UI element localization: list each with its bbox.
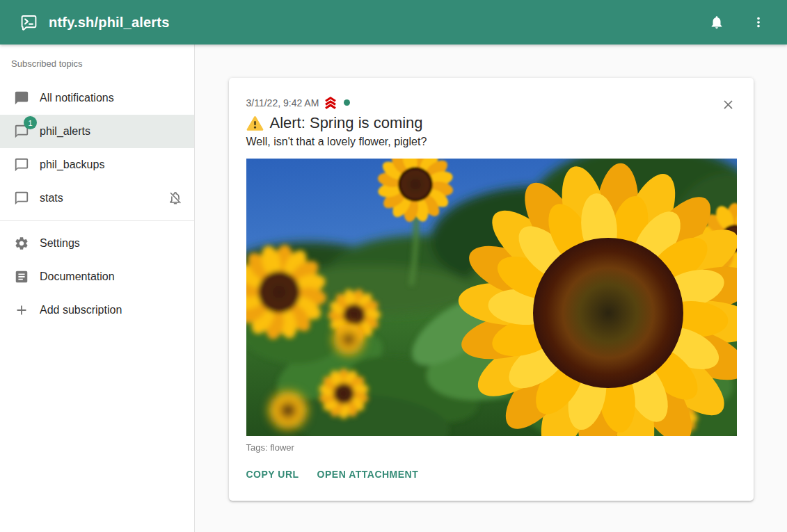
new-indicator-dot <box>344 99 350 106</box>
topic-label: phil_backups <box>40 159 183 171</box>
app-bar-right <box>706 12 769 33</box>
sidebar-actions: Settings Documentation <box>0 227 194 327</box>
chat-outline-icon: 1 <box>13 123 30 140</box>
bell-off-icon <box>168 191 183 206</box>
priority-max-icon <box>324 96 337 109</box>
main-area: 3/11/22, 9:42 AM <box>195 45 787 532</box>
attachment-image[interactable] <box>246 159 737 436</box>
topic-label: All notifications <box>40 92 183 104</box>
close-icon[interactable] <box>718 95 738 117</box>
action-label: Add subscription <box>40 304 183 316</box>
notification-title: Alert: Spring is coming <box>270 114 423 132</box>
app-bar-left: ntfy.sh/phil_alerts <box>19 13 169 32</box>
tags-label: Tags: flower <box>246 442 737 453</box>
notification-title-row: Alert: Spring is coming <box>246 114 737 132</box>
notifications-bell-icon[interactable] <box>706 12 727 33</box>
sidebar-item-all-notifications[interactable]: All notifications <box>0 81 194 115</box>
open-attachment-button[interactable]: OPEN ATTACHMENT <box>317 469 419 480</box>
page-title: ntfy.sh/phil_alerts <box>49 15 169 31</box>
unread-count-badge: 1 <box>24 116 37 129</box>
content-area: Subscribed topics All notifications <box>0 45 787 532</box>
chat-filled-icon <box>13 90 30 106</box>
card-actions: COPY URL OPEN ATTACHMENT <box>246 469 737 480</box>
plus-icon <box>13 302 30 319</box>
copy-url-button[interactable]: COPY URL <box>246 469 299 480</box>
article-icon <box>13 268 30 285</box>
gear-icon <box>13 235 30 252</box>
chat-outline-icon <box>13 156 30 173</box>
chat-outline-icon <box>13 190 30 207</box>
topic-list: All notifications 1 phil_alerts <box>0 81 194 215</box>
sidebar-item-phil-alerts[interactable]: 1 phil_alerts <box>0 115 194 148</box>
sidebar-subheader: Subscribed topics <box>0 58 194 69</box>
ntfy-logo-icon <box>19 13 38 32</box>
action-label: Documentation <box>40 271 183 283</box>
sidebar-item-documentation[interactable]: Documentation <box>0 260 194 293</box>
sidebar: Subscribed topics All notifications <box>0 45 195 532</box>
notification-meta: 3/11/22, 9:42 AM <box>246 96 737 109</box>
notification-card: 3/11/22, 9:42 AM <box>229 78 754 501</box>
timestamp: 3/11/22, 9:42 AM <box>246 97 319 108</box>
action-label: Settings <box>40 237 183 250</box>
sidebar-divider <box>0 220 194 221</box>
app-bar: ntfy.sh/phil_alerts <box>0 0 787 45</box>
notification-body: Well, isn't that a lovely flower, piglet… <box>246 136 737 148</box>
sidebar-item-stats[interactable]: stats <box>0 182 194 215</box>
topic-label: stats <box>40 192 158 204</box>
sidebar-item-add-subscription[interactable]: Add subscription <box>0 293 194 327</box>
sidebar-item-settings[interactable]: Settings <box>0 227 194 260</box>
app-root: ntfy.sh/phil_alerts Subscribed topics <box>0 0 787 532</box>
overflow-menu-icon[interactable] <box>748 12 769 33</box>
warning-triangle-icon <box>246 115 264 132</box>
sidebar-item-phil-backups[interactable]: phil_backups <box>0 148 194 182</box>
topic-label: phil_alerts <box>40 125 183 138</box>
